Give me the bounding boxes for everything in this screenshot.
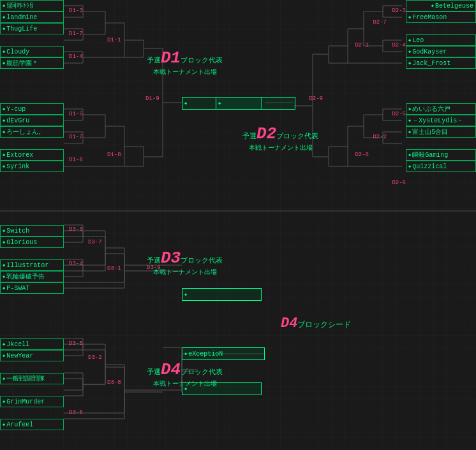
team-d1-3: ThugLife <box>0 23 64 34</box>
team-d3-illustrator: Illustrator <box>0 259 64 271</box>
team-d1-5: 腹筋学園＊ <box>0 57 64 69</box>
divider <box>0 210 476 212</box>
match-d3-7-label: D3-7 <box>88 239 102 245</box>
team-d2-1: Betelgeuse <box>406 0 476 11</box>
team-d2-7: －XysteLydis－ <box>406 115 476 126</box>
team-d2-9: 瞬殺Gaming <box>406 149 476 161</box>
match-d3-1-label: D3-1 <box>107 265 121 272</box>
match-d2-3-label: D2-3 <box>392 8 406 14</box>
match-d1-9-label: D1-9 <box>145 96 160 102</box>
team-d2-10: Quizzical <box>406 161 476 172</box>
d3-block-label: 予選D3ブロック代表 本戦トーナメント出場 <box>147 249 223 277</box>
team-d4-jkcell: Jkcell <box>0 338 64 350</box>
team-d4-grinmurder: GrinMurder <box>0 396 64 407</box>
match-d3-2-label: D3-2 <box>88 354 102 361</box>
match-d1-3-label: D1-3 <box>69 8 83 14</box>
match-d3-3-label: D3-3 <box>69 226 83 233</box>
match-d2-6-label: D2-6 <box>392 180 406 186</box>
result-d2-9 <box>216 97 295 110</box>
match-d1-1-label: D1-1 <box>107 37 121 43</box>
team-d3-4: 乳輪爆破予告 <box>0 271 64 282</box>
team-d1-1: §阿咋ﾄｼ§ <box>0 0 64 11</box>
match-d1-6-label: D1-6 <box>69 157 83 163</box>
d4-block-label: 予選D4ブロック代表 本戦トーナメント出場 <box>147 360 223 388</box>
match-d1-7-label: D1-7 <box>69 31 83 37</box>
team-d2-8: 富士山5合目 <box>406 126 476 138</box>
team-d1-7: dEvGru <box>0 115 64 126</box>
match-d1-5-label: D1-5 <box>69 111 83 117</box>
team-d2-6: めいぷる六戸 <box>406 103 476 115</box>
match-d2-9-label: D2-9 <box>309 96 323 102</box>
d1-block-label: 予選D1ブロック代表 本戦トーナメント出場 <box>147 48 223 76</box>
team-d1-9: Extorex <box>0 149 64 161</box>
match-d1-2-label: D1-2 <box>69 134 83 140</box>
team-d1-6: Y-cup <box>0 103 64 115</box>
match-d3-8-label: D3-8 <box>107 379 121 386</box>
team-d4-arufeel: Arufeel <box>0 419 64 430</box>
team-d1-10: Syrink <box>0 161 64 172</box>
match-d2-1-label: D2-1 <box>355 42 369 48</box>
match-d1-8-label: D1-8 <box>107 152 121 158</box>
team-d2-5: Jack_Frost <box>406 57 476 69</box>
team-d2-4: GodKayser <box>406 46 476 57</box>
team-d1-4: Cloudy <box>0 46 64 57</box>
d4-seed-label: D4ブロックシード <box>281 316 351 331</box>
team-d4-newyear: NewYear <box>0 350 64 361</box>
match-d1-4-label: D1-4 <box>69 54 83 60</box>
match-d2-4-label: D2-4 <box>392 42 406 48</box>
team-d1-2: landmine <box>0 11 64 23</box>
team-d2-3: Leo <box>406 34 476 46</box>
result-d3-9 <box>182 288 262 301</box>
match-d3-5-label: D3-5 <box>69 340 83 347</box>
match-d2-8-label: D2-8 <box>355 152 369 158</box>
match-d3-4-label: D3-4 <box>69 261 83 267</box>
team-d4-3: 一般戦闘部隊 <box>0 373 64 384</box>
team-d3-switch: Switch <box>0 225 64 236</box>
match-d2-2-label: D2-2 <box>373 134 387 140</box>
team-d1-8: ろーしょん。 <box>0 126 64 138</box>
d2-block-label: 予選D2ブロック代表 本戦トーナメント出場 <box>242 124 318 152</box>
match-d2-5-label: D2-5 <box>392 111 406 117</box>
team-d2-2: FreeMason <box>406 11 476 23</box>
exception-seed-box: eXceptioN <box>182 347 265 360</box>
match-d3-6-label: D3-6 <box>69 409 83 416</box>
team-d3-glorious: Glorious <box>0 236 64 248</box>
team-d3-pswat: P-SWAT <box>0 282 64 294</box>
match-d2-7-label: D2-7 <box>373 19 387 25</box>
